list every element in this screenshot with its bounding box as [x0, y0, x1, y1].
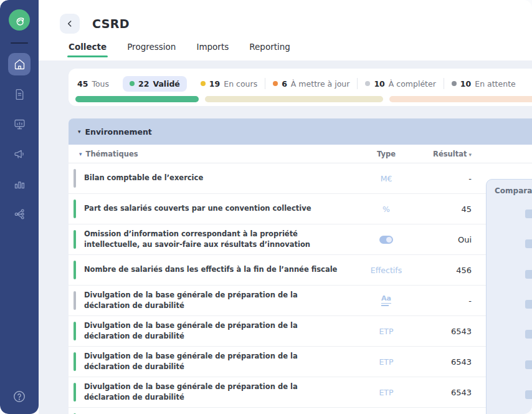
sidebar	[0, 0, 39, 414]
filter-à-mettre-à-jour[interactable]: 6À mettre à jour	[265, 79, 357, 89]
section-title: Environnement	[85, 127, 152, 137]
filter-count: 45	[77, 79, 88, 89]
filter-validé[interactable]: 22Validé	[123, 76, 187, 92]
collapse-triangle-icon: ▾	[78, 128, 81, 135]
row-title: Divulgation de la base générale de prépa…	[84, 290, 355, 312]
table-row[interactable]	[69, 408, 532, 414]
filter-tous[interactable]: 45Tous	[77, 79, 116, 89]
progress-segment	[389, 96, 532, 102]
dashboard-icon	[13, 118, 26, 131]
row-title: Nombre de salariés dans les effectifs à …	[84, 264, 355, 275]
table-row[interactable]: Omission d’information correspondant à l…	[69, 224, 532, 255]
row-type: ETP	[355, 357, 417, 367]
sidebar-item-documents[interactable]	[8, 83, 31, 105]
row-result: -	[417, 174, 472, 183]
organization-icon	[13, 208, 26, 221]
row-title: Part des salariés couverts par une conve…	[84, 203, 355, 214]
table-row[interactable]: Part des salariés couverts par une conve…	[69, 194, 532, 224]
announcements-icon	[13, 148, 26, 161]
chevron-left-icon	[65, 19, 75, 29]
progress-segment	[75, 96, 199, 102]
sidebar-item-statistics[interactable]	[8, 173, 31, 195]
sidebar-item-dashboard[interactable]	[8, 113, 31, 135]
filter-label: À compléter	[389, 79, 436, 89]
status-dot	[130, 81, 135, 86]
status-dot	[365, 81, 370, 86]
table-row[interactable]: Divulgation de la base générale de prépa…	[69, 347, 532, 377]
row-title: Omission d’information correspondant à l…	[84, 229, 355, 251]
filter-label: En cours	[224, 79, 257, 89]
table-row[interactable]: Divulgation de la base générale de prépa…	[69, 316, 532, 347]
table-row[interactable]: Bilan comptable de l’exerciceM€-	[69, 163, 532, 194]
tab-reporting[interactable]: Reporting	[249, 42, 290, 57]
home-icon	[13, 58, 26, 71]
status-bar-gray	[74, 291, 76, 310]
row-type: M€	[355, 174, 417, 183]
sidebar-item-announcements[interactable]	[8, 143, 31, 165]
status-summary-card: 45Tous22Validé19En cours6À mettre à jour…	[69, 69, 532, 106]
sort-triangle-icon: ▾	[468, 152, 472, 158]
status-bar-green	[74, 200, 76, 218]
sidebar-item-home[interactable]	[8, 53, 31, 75]
text-format-icon: Aa	[381, 295, 391, 306]
type-label: ETP	[379, 327, 393, 336]
tab-progression[interactable]: Progression	[127, 42, 176, 57]
filter-label: Tous	[92, 79, 109, 89]
tab-collecte[interactable]: Collecte	[69, 42, 107, 57]
filter-en-cours[interactable]: 19En cours	[193, 79, 265, 89]
status-bar-green	[74, 230, 76, 249]
row-result: 6543	[417, 327, 472, 336]
progress-segment	[205, 96, 383, 102]
row-result: 6543	[417, 388, 472, 397]
row-type	[355, 236, 417, 244]
comparatif-panel: Comparatif	[486, 179, 532, 414]
help-button[interactable]	[8, 385, 31, 408]
column-header-resultat[interactable]: Résultat▾	[417, 150, 472, 158]
app-logo[interactable]	[9, 9, 30, 31]
filter-label: En attente	[475, 79, 515, 89]
filter-label: À mettre à jour	[291, 79, 350, 89]
filter-count: 22	[138, 79, 149, 89]
filter-label: Validé	[153, 79, 179, 89]
type-label: %	[382, 205, 390, 214]
sidebar-divider	[11, 42, 28, 44]
table-row[interactable]: Nombre de salariés dans les effectifs à …	[69, 255, 532, 286]
section-environnement[interactable]: ▾ Environnement	[69, 118, 532, 145]
row-title: Divulgation de la base générale de prépa…	[84, 382, 355, 403]
table-row[interactable]: Divulgation de la base générale de prépa…	[69, 377, 532, 408]
app-window: CSRD CollecteProgressionImportsReporting…	[0, 0, 532, 414]
tab-imports[interactable]: Imports	[196, 42, 229, 57]
row-title: Divulgation de la base générale de prépa…	[84, 320, 355, 342]
column-header-thematiques[interactable]: ▾ Thématiques	[69, 150, 355, 158]
table-body: Bilan comptable de l’exerciceM€-Part des…	[69, 163, 532, 414]
filter-en-attente[interactable]: 10En attente	[444, 79, 523, 89]
help-icon	[12, 390, 26, 403]
row-type: Aa	[355, 295, 417, 306]
filter-count: 10	[460, 79, 471, 89]
collapse-triangle-icon: ▾	[79, 151, 82, 157]
table-header-row: ▾ Thématiques Type Résultat▾	[69, 145, 532, 163]
filter-count: 10	[374, 79, 384, 89]
status-bar-gray	[74, 169, 76, 188]
filter-à-compléter[interactable]: 10À compléter	[358, 79, 443, 89]
thematiques-table: ▾ Thématiques Type Résultat▾ Bilan compt…	[69, 145, 532, 414]
tab-bar: CollecteProgressionImportsReporting	[69, 42, 532, 57]
table-row[interactable]: Divulgation de la base générale de prépa…	[69, 286, 532, 316]
row-type: %	[355, 205, 417, 214]
placeholder-block	[525, 300, 532, 309]
sidebar-item-organization[interactable]	[8, 203, 31, 225]
type-label: ETP	[379, 388, 393, 397]
status-bar-green	[74, 261, 76, 279]
filter-count: 19	[209, 79, 220, 89]
placeholder-block	[525, 209, 532, 218]
documents-icon	[13, 88, 26, 101]
page-header: CSRD CollecteProgressionImportsReporting	[39, 0, 532, 60]
filter-count: 6	[282, 79, 287, 89]
row-result: -	[417, 296, 472, 306]
row-type: ETP	[355, 327, 417, 336]
back-button[interactable]	[60, 14, 80, 34]
placeholder-block	[525, 270, 532, 279]
placeholder-block	[525, 239, 532, 248]
aa-underline	[381, 305, 389, 306]
type-label: M€	[381, 174, 392, 183]
